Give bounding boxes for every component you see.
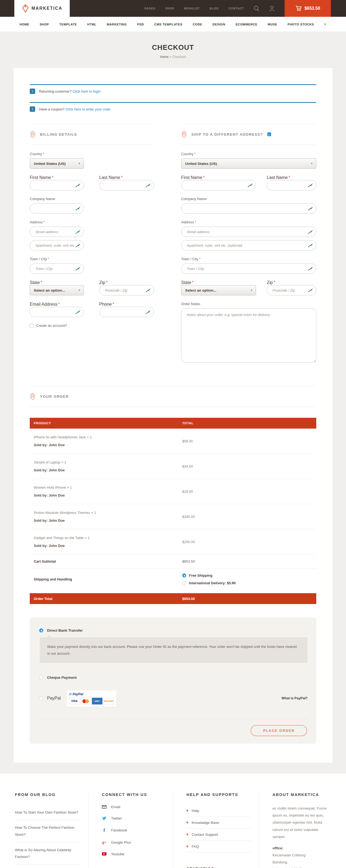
page-title: CHECKOUT	[0, 43, 346, 52]
bullet-icon	[186, 822, 188, 823]
header-nav-wishlist[interactable]: WISHLIST	[184, 7, 200, 10]
free-shipping-radio[interactable]	[182, 574, 186, 578]
required-mark: *	[274, 280, 275, 285]
shipping-zip-field: Zip*	[267, 280, 316, 296]
create-account-checkbox-row[interactable]: Create an account?	[30, 323, 154, 328]
product-qty: × 1	[87, 435, 92, 439]
search-icon[interactable]	[253, 0, 260, 17]
billing-state-select[interactable]: Select an option... ▼	[30, 285, 84, 296]
coupon-text: Have a coupon?	[39, 107, 65, 111]
subnav-muse[interactable]: MUSE	[268, 23, 277, 26]
shipping-country-select[interactable]: United States (US) ▼	[181, 158, 316, 169]
required-mark: *	[106, 280, 108, 285]
coupon-link[interactable]: Click here to enter your code	[65, 107, 110, 111]
login-link[interactable]: Click here to login	[72, 89, 100, 93]
help-link[interactable]: Knowladge Base	[186, 817, 251, 829]
order-total-row: Order Total $653.50	[30, 593, 316, 604]
pen-icon	[75, 243, 81, 247]
create-account-checkbox[interactable]	[30, 324, 34, 328]
shipping-town-input[interactable]	[181, 264, 316, 274]
billing-phone-label: Phone	[99, 302, 112, 307]
header-nav-contact[interactable]: CONTACT	[229, 7, 244, 10]
shipping-zip-label: Zip	[267, 280, 273, 285]
mastercard-card-icon	[80, 698, 91, 705]
subnav-ecommerce[interactable]: ECOMMERCE	[236, 23, 257, 26]
blog-post-link[interactable]: What is So Alluring About Celebrity Fash…	[15, 842, 80, 865]
shipping-street-input[interactable]	[181, 227, 316, 237]
footer-about-column: ABOUT MARKETICA ec mollis lorem consequa…	[259, 793, 346, 868]
required-mark: *	[58, 302, 60, 307]
shipping-state-field: State* Select an option... ▼	[181, 280, 256, 296]
billing-country-select[interactable]: United States (US) ▼	[30, 158, 84, 169]
billing-company-label: Company Name	[30, 197, 154, 201]
subnav-home[interactable]: HOME	[20, 23, 30, 26]
cheque-payment-option[interactable]: Cheque Payment	[39, 676, 308, 680]
pen-icon	[75, 267, 81, 271]
what-is-paypal-link[interactable]: What is PayPal?	[281, 696, 308, 700]
paypal-radio[interactable]	[39, 696, 43, 701]
pen-icon	[308, 206, 313, 211]
header-nav-blog[interactable]: BLOG	[209, 7, 219, 10]
blog-post-link[interactable]: Should You Use Fashion Consultant Servic…	[15, 865, 80, 868]
help-link[interactable]: Help	[186, 805, 251, 817]
subnav-cms-templates[interactable]: CMS TEMPLATES	[154, 23, 182, 26]
header-nav-pages[interactable]: PAGES	[144, 7, 155, 10]
pen-icon	[308, 267, 313, 271]
social-link-email[interactable]: Email	[102, 805, 165, 809]
international-delivery-radio[interactable]	[182, 581, 186, 585]
required-mark: *	[51, 175, 53, 180]
twitter-icon	[102, 816, 106, 820]
help-link[interactable]: FAQ	[186, 841, 251, 852]
paypal-option[interactable]: PayPal P PayPal VISA AMEX DISCOVER What …	[39, 690, 308, 706]
free-shipping-option[interactable]: Free Shipping	[182, 574, 312, 578]
social-link-google-plus[interactable]: g+ Google Plus	[102, 840, 165, 845]
youtube-icon	[102, 852, 106, 856]
blog-post-link[interactable]: How To Start Your Own Fashion Store?	[15, 805, 80, 820]
user-account-icon[interactable]	[269, 0, 275, 17]
shipping-company-input[interactable]	[181, 203, 316, 214]
billing-town-label: Town / City	[30, 257, 47, 261]
place-order-button[interactable]: PLACE ORDER	[250, 725, 307, 736]
social-link-facebook[interactable]: f Facebook	[102, 828, 165, 833]
subnav-design[interactable]: DESIGN	[212, 23, 225, 26]
pen-icon	[146, 183, 151, 187]
product-name: iPhone 5s with Headphones Jack	[34, 435, 86, 439]
shipping-state-select[interactable]: Select an option... ▼	[181, 285, 256, 296]
select-arrow-icon: ▼	[78, 289, 80, 291]
ship-different-address-checkbox[interactable]	[267, 132, 271, 136]
social-link-twitter[interactable]: Twitter	[102, 816, 165, 820]
blog-post-link[interactable]: How To Choose The Perfect Fashion Store?	[15, 820, 80, 842]
subnav-template[interactable]: TEMPLATE	[60, 23, 77, 26]
order-notes-textarea[interactable]	[181, 308, 316, 363]
header-nav-shop[interactable]: SHOP	[165, 7, 174, 10]
breadcrumb-separator: >	[170, 55, 171, 59]
shipping-apartment-input[interactable]	[181, 240, 316, 250]
subnav-psd[interactable]: PSD	[137, 23, 144, 26]
international-delivery-option[interactable]: International Delivery: $5.90	[182, 581, 312, 585]
discover-card-icon: DISCOVER	[103, 698, 114, 705]
breadcrumb-home[interactable]: Home	[160, 55, 169, 59]
pen-icon	[308, 288, 313, 292]
subnav-html[interactable]: HTML	[87, 23, 97, 26]
bank-transfer-option[interactable]: Direct Bank Transfer	[39, 628, 308, 632]
subnav-marketing[interactable]: MARKETING	[107, 23, 127, 26]
order-row: Proton Absolute Wordpress Themes × 1 Sol…	[30, 504, 316, 529]
more-categories-chevron-icon[interactable]: »	[323, 23, 327, 25]
subnav-code[interactable]: CODE	[193, 23, 202, 26]
help-link[interactable]: Contact Support	[186, 829, 251, 841]
logo[interactable]: MARKETICA	[14, 0, 70, 17]
shipping-first-name-input[interactable]	[181, 180, 256, 190]
cheque-payment-radio[interactable]	[39, 676, 43, 680]
billing-last-name-label: Last Name	[99, 175, 120, 180]
bank-transfer-radio[interactable]	[39, 628, 43, 632]
footer-blog-heading: FROM OUR BLOG	[15, 793, 80, 797]
pen-icon	[308, 229, 313, 234]
product-total: $18.00	[182, 490, 312, 494]
footer-connect-heading: CONNECT WITH US	[102, 793, 165, 797]
social-link-youtube[interactable]: Youtube	[102, 852, 165, 856]
subnav-shop[interactable]: SHOP	[40, 23, 49, 26]
cart-total-button[interactable]: $653.50	[285, 0, 331, 17]
subnav-photo-stocks[interactable]: PHOTO STOCKS	[288, 23, 314, 26]
social-label: Youtube	[111, 852, 124, 856]
paypal-brand-text: PayPal	[72, 692, 83, 696]
